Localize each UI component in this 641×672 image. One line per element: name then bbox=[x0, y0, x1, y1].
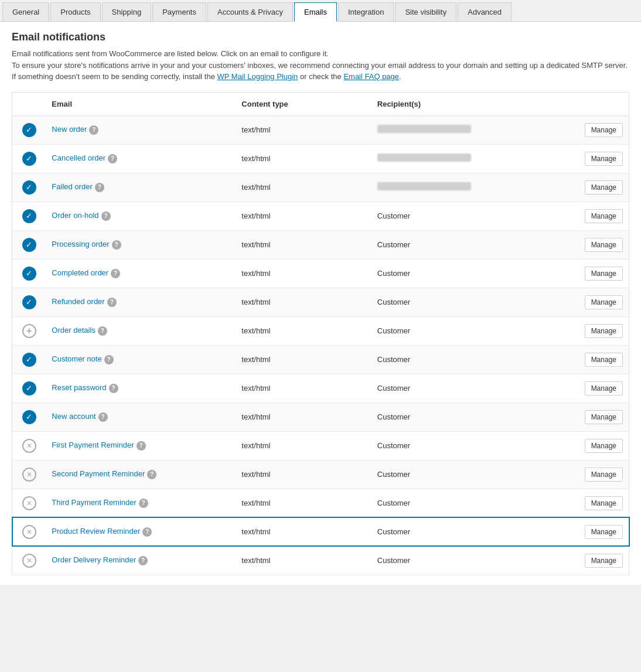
email-name-cell: Failed order? bbox=[46, 173, 236, 202]
action-cell: Manage bbox=[561, 345, 629, 374]
manage-button-product-review-reminder[interactable]: Manage bbox=[585, 525, 623, 539]
table-row: ✓Completed order?text/htmlCustomerManage bbox=[12, 259, 629, 288]
status-cell: ✓ bbox=[12, 402, 46, 431]
manage-button-first-payment-reminder[interactable]: Manage bbox=[585, 439, 623, 453]
wp-mail-logging-link[interactable]: WP Mail Logging Plugin bbox=[217, 72, 298, 81]
tab-integration[interactable]: Integration bbox=[338, 2, 394, 21]
status-enabled-icon: ✓ bbox=[22, 180, 36, 195]
tab-products[interactable]: Products bbox=[50, 2, 100, 21]
email-name-link[interactable]: First Payment Reminder bbox=[52, 441, 134, 449]
tab-accounts-privacy[interactable]: Accounts & Privacy bbox=[207, 2, 293, 21]
email-name-cell: New order? bbox=[46, 115, 236, 144]
status-disabled-icon: ✕ bbox=[22, 439, 36, 453]
manage-button-order-details[interactable]: Manage bbox=[585, 324, 623, 338]
manage-button-refunded-order[interactable]: Manage bbox=[585, 295, 623, 309]
email-name-link[interactable]: Processing order bbox=[52, 240, 109, 248]
description-line3: or check the bbox=[298, 72, 343, 81]
email-name-cell: Cancelled order? bbox=[46, 144, 236, 173]
email-name-link[interactable]: Failed order bbox=[52, 182, 92, 191]
email-name-link[interactable]: New account bbox=[52, 412, 96, 421]
status-disabled-icon: + bbox=[22, 324, 36, 338]
help-icon: ? bbox=[109, 384, 118, 393]
col-header-action bbox=[561, 92, 629, 115]
manage-button-processing-order[interactable]: Manage bbox=[585, 238, 623, 252]
email-faq-link[interactable]: Email FAQ page bbox=[343, 72, 399, 81]
table-header-row: Email Content type Recipient(s) bbox=[12, 92, 629, 115]
description-line1: Email notifications sent from WooCommerc… bbox=[12, 49, 329, 58]
email-name-cell: Order on-hold? bbox=[46, 202, 236, 230]
recipient-cell: Customer bbox=[371, 489, 561, 517]
action-cell: Manage bbox=[561, 288, 629, 316]
status-enabled-icon: ✓ bbox=[22, 238, 36, 252]
action-cell: Manage bbox=[561, 316, 629, 345]
email-name-link[interactable]: Cancelled order bbox=[52, 153, 105, 162]
manage-button-completed-order[interactable]: Manage bbox=[585, 267, 623, 281]
email-name-cell: Customer note? bbox=[46, 345, 236, 374]
email-name-link[interactable]: Product Review Reminder bbox=[52, 527, 140, 535]
manage-button-third-payment-reminder[interactable]: Manage bbox=[585, 496, 623, 510]
email-name-cell: Order details? bbox=[46, 316, 236, 345]
recipient-cell bbox=[371, 144, 561, 173]
email-name-cell: Product Review Reminder? bbox=[46, 517, 236, 546]
help-icon: ? bbox=[104, 355, 114, 364]
tab-payments[interactable]: Payments bbox=[152, 2, 206, 21]
content-type-cell: text/html bbox=[236, 460, 371, 489]
email-name-link[interactable]: Second Payment Reminder bbox=[52, 469, 145, 478]
email-name-link[interactable]: Third Payment Reminder bbox=[52, 498, 137, 507]
recipient-cell: Customer bbox=[371, 316, 561, 345]
content-type-cell: text/html bbox=[236, 202, 371, 230]
content-type-cell: text/html bbox=[236, 345, 371, 374]
tab-general[interactable]: General bbox=[2, 2, 49, 21]
status-enabled-icon: ✓ bbox=[22, 381, 36, 395]
email-name-link[interactable]: Order Delivery Reminder bbox=[52, 555, 136, 564]
email-name-link[interactable]: Completed order bbox=[52, 268, 108, 277]
content-type-cell: text/html bbox=[236, 489, 371, 517]
status-cell: ✓ bbox=[12, 144, 46, 173]
status-cell: ✓ bbox=[12, 202, 46, 230]
manage-button-reset-password[interactable]: Manage bbox=[585, 381, 623, 395]
page-description: Email notifications sent from WooCommerc… bbox=[12, 48, 629, 83]
status-cell: ✓ bbox=[12, 374, 46, 402]
table-row: ✕Product Review Reminder?text/htmlCustom… bbox=[12, 517, 629, 546]
table-row: ✓New account?text/htmlCustomerManage bbox=[12, 402, 629, 431]
status-disabled-icon: ✕ bbox=[22, 468, 36, 482]
action-cell: Manage bbox=[561, 374, 629, 402]
email-name-cell: Completed order? bbox=[46, 259, 236, 288]
content-type-cell: text/html bbox=[236, 288, 371, 316]
recipient-cell: Customer bbox=[371, 374, 561, 402]
email-name-link[interactable]: Order details bbox=[52, 326, 95, 335]
manage-button-new-account[interactable]: Manage bbox=[585, 410, 623, 424]
email-name-link[interactable]: Reset password bbox=[52, 383, 106, 392]
action-cell: Manage bbox=[561, 460, 629, 489]
email-name-link[interactable]: Order on-hold bbox=[52, 211, 98, 220]
content-type-cell: text/html bbox=[236, 173, 371, 202]
content-type-cell: text/html bbox=[236, 115, 371, 144]
tab-shipping[interactable]: Shipping bbox=[102, 2, 152, 21]
recipient-cell bbox=[371, 115, 561, 144]
content-type-cell: text/html bbox=[236, 374, 371, 402]
help-icon: ? bbox=[111, 269, 120, 278]
manage-button-order-delivery-reminder[interactable]: Manage bbox=[585, 554, 623, 568]
status-cell: ✓ bbox=[12, 259, 46, 288]
email-name-link[interactable]: Refunded order bbox=[52, 297, 104, 306]
tab-emails[interactable]: Emails bbox=[294, 2, 337, 22]
tab-site-visibility[interactable]: Site visibility bbox=[395, 2, 456, 21]
manage-button-new-order[interactable]: Manage bbox=[585, 123, 623, 137]
table-row: ✓Cancelled order?text/htmlManage bbox=[12, 144, 629, 173]
manage-button-cancelled-order[interactable]: Manage bbox=[585, 152, 623, 166]
manage-button-second-payment-reminder[interactable]: Manage bbox=[585, 468, 623, 482]
status-cell: ✕ bbox=[12, 460, 46, 489]
col-header-email: Email bbox=[46, 92, 236, 115]
manage-button-order-on-hold[interactable]: Manage bbox=[585, 209, 623, 223]
description-line4: . bbox=[399, 72, 401, 81]
status-cell: ✓ bbox=[12, 345, 46, 374]
manage-button-failed-order[interactable]: Manage bbox=[585, 180, 623, 195]
content-type-cell: text/html bbox=[236, 517, 371, 546]
manage-button-customer-note[interactable]: Manage bbox=[585, 353, 623, 367]
col-header-status bbox=[12, 92, 46, 115]
email-name-link[interactable]: Customer note bbox=[52, 354, 101, 363]
email-name-link[interactable]: New order bbox=[52, 125, 87, 134]
action-cell: Manage bbox=[561, 402, 629, 431]
tab-advanced[interactable]: Advanced bbox=[458, 2, 512, 21]
table-row: ✓Customer note?text/htmlCustomerManage bbox=[12, 345, 629, 374]
